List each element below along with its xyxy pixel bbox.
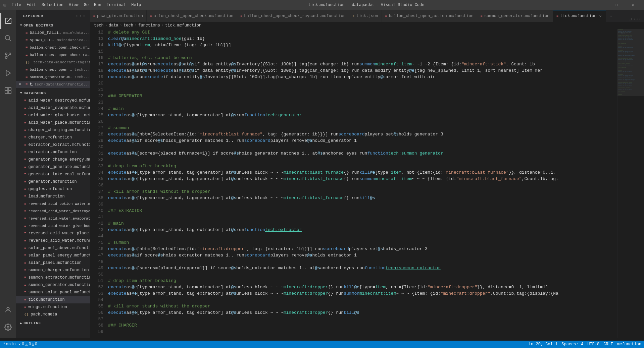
file-acid-water-place[interactable]: ≡acid_water_place.mcfunction [16, 119, 90, 126]
mcf-file-icon: ≡ [24, 290, 27, 294]
line-ending-status[interactable]: CRLF [603, 342, 613, 347]
explorer-header[interactable]: EXPLORER ··· [16, 10, 90, 22]
git-branch-status[interactable]: ⑂ main [3, 342, 16, 347]
file-solar-panel-above[interactable]: ≡solar_panel_above.mcfunction [16, 244, 90, 252]
file-reversed-acid-potion[interactable]: ≡reversed_acid_potion_water.mcfuncti... [16, 200, 90, 208]
tab-ballon-chest-open-check[interactable]: ≡ atlon_chest_open_check.mcfunction [147, 10, 237, 22]
tab-summon-generator[interactable]: ≡ summon_generator.mcfunction [477, 10, 553, 22]
tab-ballon-chest-open-check-raycast[interactable]: ≡ ballon_chest_open_check_raycast.mcfunc… [237, 10, 349, 22]
code-line-14: kill @e [type= item , nbt={Item: {tag: {… [108, 42, 617, 48]
menu-run[interactable]: Run [94, 3, 101, 7]
code-line-26 [108, 118, 617, 125]
open-editor-summon-generator[interactable]: ≡ summon_generator.mcfunction tech... [16, 73, 90, 81]
indentation-status[interactable]: Spaces: 4 [561, 342, 583, 347]
open-editor-tick-json[interactable]: {} tick.json tech\data\minecraft\tags\fu… [16, 59, 90, 66]
search-activity-icon[interactable] [0, 30, 16, 46]
open-editor-ballon-chest-raycast[interactable]: ≡ ballon_chest_open_check_raycast.mc... [16, 51, 90, 59]
menu-go[interactable]: Go [84, 3, 89, 7]
language-mode-status[interactable]: mcfunction [617, 342, 641, 347]
code-line-12: # delete any GUI [108, 29, 617, 36]
file-summon-charger[interactable]: ≡summon_charger.mcfunction [16, 267, 90, 274]
file-charger-charging[interactable]: ≡charger_charging.mcfunction [16, 126, 90, 134]
file-generator[interactable]: ≡generator.mcfunction [16, 178, 90, 185]
mcf-file-icon: ≡ [24, 135, 27, 139]
settings-activity-icon[interactable] [0, 319, 16, 335]
code-editor[interactable]: # delete any GUI clear @a minecraft:diam… [107, 29, 617, 338]
datapacks-header[interactable]: ▼ DATAPACKS [16, 90, 90, 97]
file-goggles[interactable]: ≡goggles.mcfunction [16, 185, 90, 193]
file-acid-water-evaporate[interactable]: ≡acid_water_evaporate.mcfunction [16, 104, 90, 112]
minimize-button[interactable]: ─ [592, 0, 607, 10]
file-generator-change-energy[interactable]: ≡generator_change_energy.mcfunction [16, 156, 90, 163]
mcf-file-icon: ≡ [24, 239, 27, 243]
maximize-button[interactable]: □ [608, 0, 624, 10]
file-summon-solar-panel[interactable]: ≡summon_solar_panel.mcfunction [16, 289, 90, 296]
code-line-40: ### EXTRACTOR [108, 208, 617, 214]
tab-overflow-button[interactable]: ⋯ [606, 10, 616, 22]
warning-icon: ⚠ [25, 342, 28, 347]
file-extractor-extract[interactable]: ≡extractor_extract.mcfunction [16, 141, 90, 149]
file-charger[interactable]: ≡charger.mcfunction [16, 134, 90, 141]
file-acid-water-give-bucket[interactable]: ≡acid_water_give_bucket.mcfunction [16, 112, 90, 119]
open-editor-ballon-chest-open[interactable]: ≡ ballon_chest_open_check.mfunctio... [16, 44, 90, 51]
file-load[interactable]: ≡load.mcfunction [16, 193, 90, 200]
explorer-options-icon[interactable]: ··· [75, 13, 86, 19]
svg-point-11 [7, 326, 9, 328]
cursor-position-status[interactable]: Ln 20, Col 1 [529, 342, 557, 347]
file-pack-mcmeta[interactable]: {}pack.mcmeta [16, 311, 90, 318]
close-icon[interactable]: ✕ [19, 82, 21, 86]
breadcrumb-functions[interactable]: functions [138, 23, 160, 28]
open-editor-ballon-chest-action[interactable]: ≡ ballon_chest_open_action.mcfunction te… [16, 66, 90, 73]
errors-status[interactable]: ✕ 0 ⚠ 0 ℹ 0 [18, 342, 37, 347]
tab-tick-mcfunction[interactable]: ≡ tick.mcfunction ✕ [553, 10, 606, 22]
file-extractor[interactable]: ≡extractor.mcfunction [16, 149, 90, 156]
file-solar-panel-energy[interactable]: ≡solar_panel_energy.mcfunction [16, 252, 90, 259]
menu-help[interactable]: Help [131, 3, 141, 7]
file-summon-extractor[interactable]: ≡summon_extractor.mcfunction [16, 274, 90, 281]
tab-pawn-gin[interactable]: ≡ pawn_gin.mcfunction [90, 10, 147, 22]
source-control-activity-icon[interactable] [0, 48, 16, 64]
menu-file[interactable]: File [11, 3, 21, 7]
file-reversed-acid-water-give-bucket[interactable]: ≡reversed_acid_water_give_bucket.mcf... [16, 222, 90, 230]
code-line-34: execute as @e [type=armor_stand, tag=gen… [108, 169, 617, 176]
account-activity-icon[interactable] [0, 302, 16, 318]
breadcrumb-tech[interactable]: tech [94, 23, 104, 28]
menu-terminal[interactable]: Terminal [107, 3, 126, 7]
open-editor-spawn-gin[interactable]: ≡ spawn_gin.mcfunction main\data\ca... [16, 37, 90, 44]
extensions-activity-icon[interactable] [0, 82, 16, 99]
tab-close-icon[interactable]: ✕ [598, 13, 602, 19]
file-reversed-acid-water-evaporate[interactable]: ≡reversed_acid_water_evaporate.mcfu... [16, 215, 90, 222]
file-generator-take-coal[interactable]: ≡generator_take_coal.mcfunction [16, 171, 90, 178]
tab-tick-json[interactable]: ⚡ tick.json [349, 10, 382, 22]
more-actions-icon[interactable]: ··· [633, 16, 641, 22]
file-reversed-acid-water[interactable]: ≡reversed_acid_water.mcfunction [16, 237, 90, 244]
menu-view[interactable]: View [69, 3, 79, 7]
svg-point-10 [7, 307, 9, 310]
file-wings[interactable]: ≡wings.mcfunction [16, 303, 90, 311]
file-generator-generate[interactable]: ≡generator_generate.mcfunction [16, 163, 90, 171]
mcf-file-icon: ≡ [24, 283, 27, 287]
breadcrumb-data[interactable]: data [109, 23, 118, 28]
file-summon-generator[interactable]: ≡summon_generator.mcfunction [16, 281, 90, 289]
tab-ballon-chest-open-action[interactable]: ≡ ballon_chest_open_action.mcfunction [382, 10, 477, 22]
split-editor-icon[interactable]: ⊟ [629, 16, 631, 22]
file-reversed-acid-water-place[interactable]: ≡reversed_acid_water_place.mcfunction [16, 230, 90, 237]
outline-arrow: ▶ [20, 322, 22, 325]
menu-selection[interactable]: Selection [42, 3, 63, 7]
file-solar-panel[interactable]: ≡solar_panel.mcfunction [16, 259, 90, 267]
outline-header[interactable]: ▶ OUTLINE [16, 320, 90, 327]
file-reversed-acid-water-destroyed[interactable]: ≡reversed_acid_water_destroyed.mcfu... [16, 208, 90, 215]
close-button[interactable]: ✕ [625, 0, 641, 10]
explorer-activity-icon[interactable] [0, 13, 16, 29]
open-editors-header[interactable]: ▼ OPEN EDITORS [16, 22, 90, 29]
code-line-41 [108, 214, 617, 220]
file-acid-water-destroyed[interactable]: ≡acid_water_destroyed.mcfunction [16, 97, 90, 104]
breadcrumb-file[interactable]: tick.mcfunction [165, 23, 201, 28]
encoding-status[interactable]: UTF-8 [587, 342, 599, 347]
run-activity-icon[interactable] [0, 65, 16, 81]
open-editor-ballon-falling[interactable]: ≡ ballon_falling.mcfunction main\data... [16, 29, 90, 37]
menu-edit[interactable]: Edit [27, 3, 36, 7]
open-editor-tick[interactable]: ✕ ≡ tick.mcfunction tech\data\tech\funct… [16, 81, 90, 88]
file-tick[interactable]: ≡tick.mcfunction [16, 296, 90, 303]
breadcrumb-tech2[interactable]: tech [123, 23, 133, 28]
